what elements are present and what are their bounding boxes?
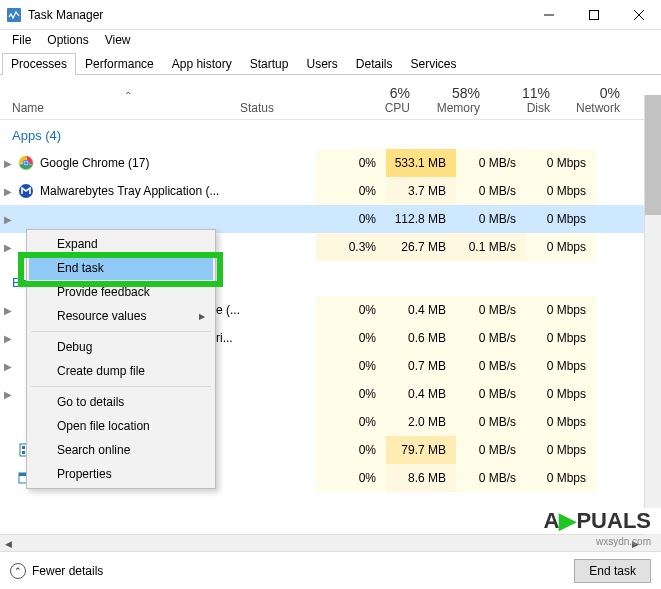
end-task-button[interactable]: End task bbox=[574, 559, 651, 583]
ctx-open-file-location[interactable]: Open file location bbox=[29, 414, 213, 438]
mem-cell: 26.7 MB bbox=[386, 233, 456, 261]
process-name: Google Chrome (17) bbox=[40, 156, 149, 170]
tab-processes[interactable]: Processes bbox=[2, 53, 76, 75]
col-status[interactable]: Status bbox=[240, 101, 350, 115]
disk-label: Disk bbox=[527, 101, 550, 115]
mem-cell: 3.7 MB bbox=[386, 177, 456, 205]
vertical-scrollbar[interactable] bbox=[644, 95, 661, 508]
disk-cell: 0 MB/s bbox=[456, 408, 526, 436]
mem-cell: 0.4 MB bbox=[386, 296, 456, 324]
net-cell: 0 Mbps bbox=[526, 464, 596, 492]
disk-cell: 0 MB/s bbox=[456, 296, 526, 324]
disk-pct: 11% bbox=[490, 85, 550, 101]
ctx-properties[interactable]: Properties bbox=[29, 462, 213, 486]
col-network[interactable]: 0% Network bbox=[560, 85, 630, 115]
chevron-right-icon[interactable]: ▶ bbox=[0, 333, 16, 344]
tab-details[interactable]: Details bbox=[347, 53, 402, 75]
sort-arrow-icon: ⌃ bbox=[124, 90, 132, 101]
chevron-right-icon[interactable]: ▶ bbox=[0, 214, 16, 225]
col-name-label: Name bbox=[12, 101, 44, 115]
cpu-cell: 0% bbox=[316, 324, 386, 352]
titlebar: Task Manager bbox=[0, 0, 661, 30]
tab-services[interactable]: Services bbox=[402, 53, 466, 75]
cpu-pct: 6% bbox=[350, 85, 410, 101]
maximize-button[interactable] bbox=[571, 0, 616, 30]
cpu-cell: 0% bbox=[316, 408, 386, 436]
menu-file[interactable]: File bbox=[4, 31, 39, 49]
process-row[interactable]: ▶ Malwarebytes Tray Application (... 0% … bbox=[0, 177, 661, 205]
col-cpu[interactable]: 6% CPU bbox=[350, 85, 420, 115]
net-cell: 0 Mbps bbox=[526, 149, 596, 177]
chrome-icon bbox=[18, 155, 34, 171]
ctx-separator bbox=[31, 386, 211, 387]
context-menu: Expand End task Provide feedback Resourc… bbox=[26, 229, 216, 489]
svg-rect-14 bbox=[22, 451, 25, 454]
disk-cell: 0 MB/s bbox=[456, 352, 526, 380]
chevron-right-icon[interactable]: ▶ bbox=[0, 158, 16, 169]
disk-cell: 0 MB/s bbox=[456, 464, 526, 492]
svg-rect-12 bbox=[22, 446, 25, 449]
close-button[interactable] bbox=[616, 0, 661, 30]
chevron-right-icon[interactable]: ▶ bbox=[0, 389, 16, 400]
ctx-go-to-details[interactable]: Go to details bbox=[29, 390, 213, 414]
net-pct: 0% bbox=[560, 85, 620, 101]
mem-cell: 2.0 MB bbox=[386, 408, 456, 436]
fewer-details-button[interactable]: ⌃ Fewer details bbox=[10, 563, 103, 579]
disk-cell: 0 MB/s bbox=[456, 149, 526, 177]
col-memory[interactable]: 58% Memory bbox=[420, 85, 490, 115]
scroll-thumb[interactable] bbox=[645, 95, 661, 215]
svg-point-9 bbox=[24, 161, 28, 165]
mem-cell: 79.7 MB bbox=[386, 436, 456, 464]
disk-cell: 0 MB/s bbox=[456, 177, 526, 205]
chevron-right-icon[interactable]: ▶ bbox=[0, 361, 16, 372]
chevron-right-icon[interactable]: ▶ bbox=[0, 305, 16, 316]
process-name: ri... bbox=[216, 331, 233, 345]
menubar: File Options View bbox=[0, 30, 661, 50]
tab-startup[interactable]: Startup bbox=[241, 53, 298, 75]
menu-options[interactable]: Options bbox=[39, 31, 96, 49]
net-cell: 0 Mbps bbox=[526, 324, 596, 352]
ctx-expand[interactable]: Expand bbox=[29, 232, 213, 256]
tab-app-history[interactable]: App history bbox=[163, 53, 241, 75]
disk-cell: 0.1 MB/s bbox=[456, 233, 526, 261]
minimize-button[interactable] bbox=[526, 0, 571, 30]
scroll-left-icon[interactable]: ◀ bbox=[0, 535, 17, 552]
section-apps: Apps (4) bbox=[0, 120, 661, 149]
col-disk[interactable]: 11% Disk bbox=[490, 85, 560, 115]
process-row[interactable]: ▶ Google Chrome (17) 0% 533.1 MB 0 MB/s … bbox=[0, 149, 661, 177]
tab-strip: Processes Performance App history Startu… bbox=[0, 50, 661, 75]
ctx-end-task[interactable]: End task bbox=[29, 256, 213, 280]
cpu-cell: 0% bbox=[316, 205, 386, 233]
malwarebytes-icon bbox=[18, 183, 34, 199]
mem-pct: 58% bbox=[420, 85, 480, 101]
ctx-provide-feedback[interactable]: Provide feedback bbox=[29, 280, 213, 304]
net-cell: 0 Mbps bbox=[526, 233, 596, 261]
process-name: Malwarebytes Tray Application (... bbox=[40, 184, 219, 198]
cpu-cell: 0% bbox=[316, 352, 386, 380]
chevron-right-icon[interactable]: ▶ bbox=[0, 242, 16, 253]
ctx-create-dump[interactable]: Create dump file bbox=[29, 359, 213, 383]
disk-cell: 0 MB/s bbox=[456, 205, 526, 233]
menu-view[interactable]: View bbox=[97, 31, 139, 49]
ctx-debug[interactable]: Debug bbox=[29, 335, 213, 359]
horizontal-scrollbar[interactable]: ◀ ▶ bbox=[0, 534, 644, 551]
tab-users[interactable]: Users bbox=[297, 53, 346, 75]
tab-performance[interactable]: Performance bbox=[76, 53, 163, 75]
footer: ⌃ Fewer details End task bbox=[0, 551, 661, 589]
net-cell: 0 Mbps bbox=[526, 436, 596, 464]
cpu-label: CPU bbox=[385, 101, 410, 115]
net-cell: 0 Mbps bbox=[526, 177, 596, 205]
ctx-resource-values[interactable]: Resource values bbox=[29, 304, 213, 328]
chevron-right-icon[interactable]: ▶ bbox=[0, 186, 16, 197]
mem-cell: 0.6 MB bbox=[386, 324, 456, 352]
cpu-cell: 0% bbox=[316, 464, 386, 492]
ctx-search-online[interactable]: Search online bbox=[29, 438, 213, 462]
mem-cell: 112.8 MB bbox=[386, 205, 456, 233]
watermark-logo: A▶PUALS bbox=[544, 508, 651, 534]
net-cell: 0 Mbps bbox=[526, 205, 596, 233]
col-name[interactable]: Name ⌃ bbox=[0, 90, 240, 115]
disk-cell: 0 MB/s bbox=[456, 324, 526, 352]
cpu-cell: 0% bbox=[316, 380, 386, 408]
ctx-separator bbox=[31, 331, 211, 332]
mem-cell: 8.6 MB bbox=[386, 464, 456, 492]
